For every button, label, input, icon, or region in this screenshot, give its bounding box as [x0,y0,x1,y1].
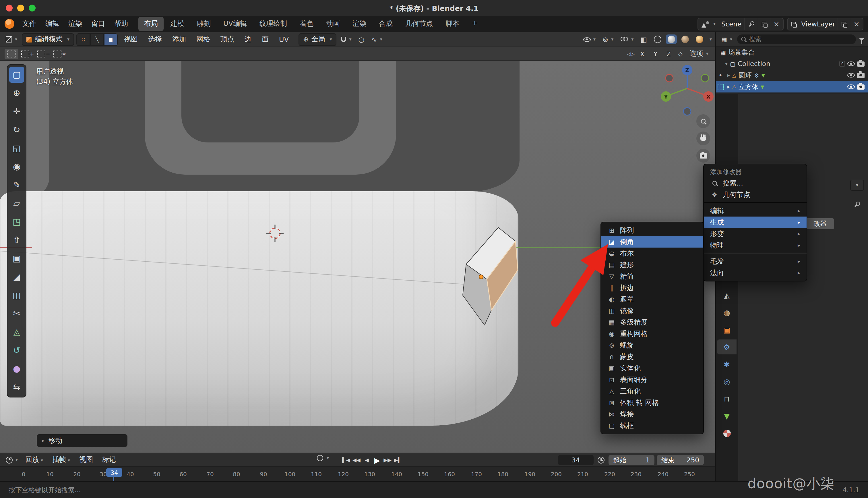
tool-rotate-icon[interactable]: ↻ [9,122,24,138]
menu-face[interactable]: 面 [258,33,273,46]
filter-icon[interactable] [859,38,865,40]
scene-browse-button[interactable]: ▾ [699,18,719,29]
shading-dropdown-caret[interactable]: ▾ [709,37,712,42]
outliner-display-mode-button[interactable]: ▦▾ [719,33,734,45]
disable-render-camera-icon[interactable] [857,84,865,89]
edge-select-button[interactable]: ╲ [90,33,104,46]
mirror-y-button[interactable]: Y [651,49,661,58]
expand-caret-icon[interactable]: ▸ [727,73,730,78]
proportional-falloff-button[interactable]: ∿▾ [369,34,385,45]
timeline-editor-type-button[interactable]: ▾ [3,454,20,466]
object-properties-tab[interactable]: ▣ [717,322,736,337]
viewlayer-remove-button[interactable]: × [850,18,863,29]
shading-material-button[interactable] [679,34,691,45]
workspace-tab-animation[interactable]: 动画 [320,17,345,31]
modifier-weld[interactable]: ⋈焊接 [601,408,703,420]
viewlayer-new-button[interactable] [838,18,850,29]
menu-marker[interactable]: 标记 [98,453,120,467]
physics-properties-tab[interactable]: ◎ [717,374,736,389]
hide-eye-icon[interactable] [847,84,855,89]
xray-toggle-button[interactable]: ◧ [638,34,649,45]
collection-checkbox[interactable] [839,61,845,67]
workspace-tab-geometry-nodes[interactable]: 几何节点 [399,17,438,31]
hide-eye-icon[interactable] [847,73,855,78]
menu-add[interactable]: 添加 [168,33,190,46]
tool-inset-icon[interactable]: ▣ [9,250,24,266]
modifier-mirror[interactable]: ◫镜像 [601,305,703,316]
operator-panel[interactable]: ▸ 移动 [37,434,127,447]
jump-start-button[interactable]: ▍◀ [341,455,351,465]
shading-solid-button[interactable] [666,35,677,44]
menu-help[interactable]: 帮助 [110,17,133,30]
pin-id-icon[interactable] [853,200,862,209]
menu-window[interactable]: 窗口 [87,17,110,30]
auto-keying-toggle[interactable]: ▾ [317,455,329,461]
select-mode-intersect-button[interactable]: ∗ [53,49,67,59]
tool-cursor-icon[interactable]: ⊕ [9,85,24,101]
modifier-wireframe[interactable]: ▢线框 [601,420,703,431]
end-frame-field[interactable]: 结束250 [657,455,704,465]
modifier-screw[interactable]: ⊚螺旋 [601,339,703,351]
menu-uv[interactable]: UV [275,34,293,45]
category-generate-active[interactable]: 生成▸ [704,217,806,228]
snap-base-icon[interactable]: ◇ [678,51,682,57]
tool-move-icon[interactable]: ✛ [9,103,24,119]
menu-edit[interactable]: 编辑 [41,17,64,30]
tool-measure-icon[interactable]: ▱ [9,195,24,211]
menu-playback[interactable]: 回放▾ [21,453,47,467]
modifier-build[interactable]: ▤建形 [601,259,703,271]
workspace-tab-sculpting[interactable]: 雕刻 [191,17,216,31]
menu-file[interactable]: 文件 [18,17,41,30]
menu-view[interactable]: 视图 [120,33,142,46]
particle-properties-tab[interactable]: ✱ [717,357,736,372]
current-frame-field[interactable]: 34 [558,455,594,465]
expand-caret-icon[interactable]: ▾ [725,61,728,67]
proportional-edit-button[interactable]: ○ [356,34,367,45]
category-physics[interactable]: 物理▸ [704,239,806,251]
play-reverse-button[interactable]: ◀ [362,455,372,465]
select-mode-subtract-button[interactable]: − [37,49,51,59]
timeline-ruler[interactable]: 0 10 20 30 40 50 60 70 80 90 100 110 120… [0,467,715,482]
outliner-search-input[interactable]: 搜索 [737,34,856,44]
tool-annotate-icon[interactable]: ✎ [9,177,24,193]
menu-view-timeline[interactable]: 视图 [75,453,97,467]
tool-extrude-icon[interactable]: ⇧ [9,232,24,248]
tool-bevel-icon[interactable]: ◢ [9,269,24,285]
category-hair[interactable]: 毛发▸ [704,255,806,267]
disable-render-camera-icon[interactable] [857,73,865,78]
gizmos-button[interactable]: ⊚▾ [600,34,616,45]
menu-mesh[interactable]: 网格 [192,33,214,46]
next-keyframe-button[interactable]: ▶▶ [382,455,393,465]
modifier-solidify[interactable]: ▣实体化 [601,363,703,374]
modifier-array[interactable]: ⊞阵列 [601,225,703,236]
tool-transform-icon[interactable]: ◉ [9,159,24,175]
modifier-bevel-active[interactable]: ◪倒角 [601,236,703,248]
constraint-properties-tab[interactable]: ⊓ [717,391,736,406]
workspace-tab-scripting[interactable]: 脚本 [440,17,465,31]
modifier-volume-to-mesh[interactable]: ⊠体积 转 网格 [601,397,703,408]
category-normals[interactable]: 法向▸ [704,267,806,278]
jump-end-button[interactable]: ▶▍ [393,455,403,465]
tool-select-box-icon[interactable]: ▢ [9,67,24,83]
snap-toggle-button[interactable]: ▾ [339,34,354,45]
workspace-tab-texture-paint[interactable]: 纹理绘制 [254,17,293,31]
start-frame-field[interactable]: 起始1 [609,455,654,465]
scene-properties-tab[interactable]: ◭ [717,288,736,303]
menu-select[interactable]: 选择 [144,33,166,46]
tool-knife-icon[interactable]: ✂ [9,305,24,322]
workspace-tab-layout[interactable]: 布局 [138,17,164,31]
category-edit[interactable]: 编辑▸ [704,205,806,217]
menu-keying[interactable]: 插帧▾ [48,453,74,467]
workspace-tab-rendering[interactable]: 渲染 [347,17,372,31]
tool-scale-icon[interactable]: ◱ [9,140,24,156]
modifier-edge-split[interactable]: ∥拆边 [601,282,703,293]
face-select-button[interactable]: ◼ [104,33,118,46]
outliner-row-collection[interactable]: ▾ ▢ Collection [716,58,868,69]
hide-eye-icon[interactable] [847,62,855,66]
tool-add-cube-icon[interactable]: ◳ [9,214,24,230]
add-workspace-button[interactable]: + [466,17,483,31]
modifier-subdivision[interactable]: ⊡表面细分 [601,374,703,385]
modifier-multires[interactable]: ▦多级精度 [601,316,703,328]
viewlayer-name[interactable]: ViewLayer [799,20,838,28]
modifier-search-item[interactable]: 搜索... [704,178,806,189]
